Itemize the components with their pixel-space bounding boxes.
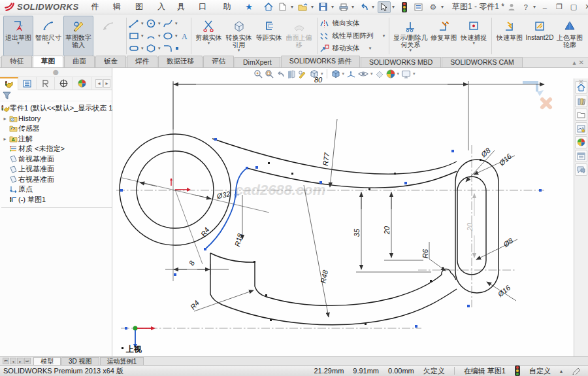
select-cursor-icon[interactable] xyxy=(378,1,391,13)
dim-80[interactable]: 80 xyxy=(314,76,323,84)
dim-r6[interactable]: R6 xyxy=(421,248,429,258)
tab-sheetmetal[interactable]: 钣金 xyxy=(95,56,126,67)
displaymanager-icon[interactable] xyxy=(73,77,91,90)
sketch-numeric-input-button[interactable]: 草图数字输入 xyxy=(63,16,93,56)
options-list-icon[interactable] xyxy=(412,1,425,13)
tree-item-top-plane[interactable]: 上视基准面 xyxy=(1,164,112,175)
tree-item-sensors[interactable]: 传感器 xyxy=(1,124,112,134)
tree-item-history[interactable]: ▸ History xyxy=(1,114,112,124)
dim-r77[interactable]: R77 xyxy=(321,152,331,166)
tab-motion-study[interactable]: 运动算例1 xyxy=(100,357,144,365)
tab-scroll-arrows[interactable]: ⏮◂▸⏭ xyxy=(0,358,33,364)
rebuild-traffic-light-icon[interactable] xyxy=(398,1,411,13)
dim-20[interactable]: 20 xyxy=(383,226,391,235)
convert-entities-button[interactable]: 转换实体引用 ▾ xyxy=(224,16,254,56)
move-entities-button[interactable]: 移动实体 ▾ xyxy=(319,43,386,54)
restore-button[interactable]: ❐ xyxy=(552,1,566,13)
tab-model[interactable]: 模型 xyxy=(33,357,61,365)
smart-dimension-button[interactable]: 智能尺寸 ▾ xyxy=(33,16,63,56)
tab-sw-mbd[interactable]: SOLIDWORKS MBD xyxy=(361,57,441,67)
propertymanager-icon[interactable] xyxy=(18,77,37,90)
tree-root[interactable]: 零件1 (默认<<默认>_显示状态 1>) xyxy=(1,103,112,114)
help-button[interactable]: ? xyxy=(519,1,533,13)
tab-sketch[interactable]: 草图 xyxy=(33,56,63,67)
tab-features[interactable]: 特征 xyxy=(1,56,32,67)
dim-d16-bottom[interactable]: Ø16 xyxy=(496,283,512,298)
status-traffic-light-icon[interactable] xyxy=(515,366,520,376)
tab-3d-views[interactable]: 3D 视图 xyxy=(61,357,99,365)
help-caret[interactable]: ▾ xyxy=(533,4,538,10)
sketch-points[interactable] xyxy=(120,138,542,330)
ellipse-icon[interactable] xyxy=(163,31,173,41)
polygon-icon[interactable] xyxy=(146,44,156,53)
text-icon[interactable]: A xyxy=(180,31,189,41)
gear-icon[interactable]: ⚙ xyxy=(427,1,440,13)
line-icon[interactable] xyxy=(129,19,139,28)
gear-caret[interactable]: ▾ xyxy=(441,4,446,10)
configurationmanager-icon[interactable] xyxy=(37,77,55,90)
graphics-area[interactable]: ▾ ▾ ▾ ▾ ▾ xyxy=(113,68,588,356)
rapid-sketch-button[interactable]: 快速草图 xyxy=(495,16,525,56)
slot-icon[interactable] xyxy=(129,44,139,53)
print-icon[interactable] xyxy=(337,1,350,13)
tree-item-front-plane[interactable]: 前视基准面 xyxy=(1,154,112,165)
new-file-caret[interactable]: ▾ xyxy=(291,4,295,10)
repair-sketch-button[interactable]: 修复草图 xyxy=(429,16,459,56)
dim-35[interactable]: 35 xyxy=(353,228,361,237)
undo-icon[interactable] xyxy=(357,1,370,13)
arc-icon[interactable] xyxy=(146,31,156,41)
minimize-button[interactable]: – xyxy=(538,1,552,13)
tree-item-origin[interactable]: 原点 xyxy=(1,184,112,195)
maximize-button[interactable]: ▢ xyxy=(566,1,581,13)
dim-d8-top[interactable]: Ø8 xyxy=(479,146,492,159)
filter-funnel-icon[interactable] xyxy=(3,92,11,99)
dim-r18[interactable]: R18 xyxy=(233,232,244,247)
featuremanager-icon[interactable] xyxy=(0,77,18,90)
open-file-icon[interactable] xyxy=(297,1,310,13)
offset-entities-button[interactable]: 等距实体 xyxy=(254,16,284,56)
new-file-icon[interactable] xyxy=(276,1,289,13)
linear-pattern-button[interactable]: 线性草图阵列 ▾ xyxy=(319,31,386,42)
panel-tab-scroll[interactable]: ◂▸ xyxy=(95,79,112,88)
tabrow-close-icon[interactable]: ✕ xyxy=(579,59,584,66)
tab-sw-cam[interactable]: SOLIDWORKS CAM xyxy=(442,57,522,67)
fillet-icon[interactable] xyxy=(163,44,173,53)
select-caret[interactable]: ▾ xyxy=(392,4,397,10)
quick-snaps-button[interactable]: 快速捕捉 ▾ xyxy=(459,16,489,56)
tab-sw-addins[interactable]: SOLIDWORKS 插件 xyxy=(281,56,360,67)
save-caret[interactable]: ▾ xyxy=(331,4,336,10)
mirror-entities-button[interactable]: 镜向实体 xyxy=(319,18,386,29)
status-sketch-icon[interactable] xyxy=(572,367,581,375)
circle-icon[interactable] xyxy=(146,19,156,28)
dim-d16-top[interactable]: Ø16 xyxy=(497,152,514,167)
pin-menu-icon[interactable]: ★ xyxy=(240,2,258,12)
display-delete-relations-button[interactable]: 显示/删除几何关系 ▾ xyxy=(392,16,429,56)
dim-r48[interactable]: R48 xyxy=(319,269,329,284)
tree-item-right-plane[interactable]: 右视基准面 xyxy=(1,175,112,185)
tab-dimxpert[interactable]: DimXpert xyxy=(235,57,280,67)
part-profile[interactable] xyxy=(120,134,498,325)
dim-20-driven[interactable]: 20 xyxy=(466,222,474,231)
dim-r4-mid[interactable]: R4 xyxy=(199,226,211,238)
undo-caret[interactable]: ▾ xyxy=(372,4,376,10)
tree-item-annotations[interactable]: ▸ A 注解 xyxy=(1,134,112,145)
instant2d-button[interactable]: Instant2D xyxy=(525,16,555,56)
home-icon[interactable] xyxy=(262,1,275,13)
trim-entities-button[interactable]: 剪裁实体 ▾ xyxy=(194,16,224,56)
tab-weldments[interactable]: 焊件 xyxy=(127,56,157,67)
dim-r4-bottom[interactable]: R4 xyxy=(189,299,201,311)
dim-d32[interactable]: Ø32 xyxy=(216,190,231,201)
save-icon[interactable] xyxy=(317,1,330,13)
point-icon[interactable] xyxy=(174,44,180,53)
rectangle-icon[interactable] xyxy=(129,31,139,41)
tab-evaluate[interactable]: 评估 xyxy=(203,56,234,67)
open-file-caret[interactable]: ▾ xyxy=(311,4,316,10)
close-button[interactable]: ✕ xyxy=(581,1,588,13)
print-caret[interactable]: ▾ xyxy=(351,4,356,10)
tab-surfaces[interactable]: 曲面 xyxy=(64,56,95,67)
spline-icon[interactable] xyxy=(163,19,173,28)
units-caret-icon[interactable]: ▴ xyxy=(560,368,563,374)
dimxpertmanager-icon[interactable] xyxy=(55,77,73,90)
dim-8[interactable]: 8 xyxy=(188,259,197,266)
sketch-drawing[interactable]: cad2688.com xyxy=(113,68,588,356)
